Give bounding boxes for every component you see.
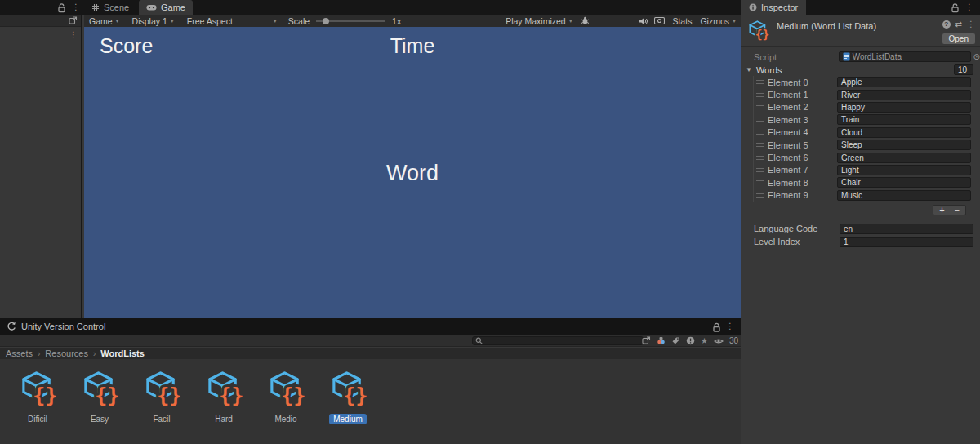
drag-handle-icon[interactable]	[756, 143, 764, 147]
mute-audio-icon[interactable]	[639, 17, 648, 25]
inspector-menu-icon[interactable]: ⋮	[967, 20, 975, 29]
scale-slider[interactable]	[316, 20, 385, 22]
asset-item[interactable]: {} Hard	[197, 370, 251, 424]
add-element-button[interactable]: +	[939, 205, 944, 215]
game-word-text: Word	[84, 161, 741, 186]
drag-handle-icon[interactable]	[756, 105, 764, 109]
drag-handle-icon[interactable]	[756, 156, 764, 160]
drag-handle-icon[interactable]	[756, 193, 764, 198]
scale-value: 1x	[392, 16, 401, 26]
display-dropdown[interactable]: Display 1 ▾	[132, 16, 174, 26]
favorites-star-icon[interactable]: ★	[701, 337, 708, 345]
asset-item[interactable]: {} Dificil	[11, 370, 65, 424]
frame-capture-icon[interactable]	[654, 16, 665, 25]
inspector-title: Medium (Word List Data)	[777, 21, 876, 31]
foldout-arrow-icon[interactable]: ▼	[746, 66, 752, 73]
hidden-count-info-icon[interactable]	[686, 336, 695, 345]
language-code-label: Language Code	[754, 224, 840, 233]
element-value-field[interactable]: Chair	[837, 177, 971, 188]
object-picker-icon[interactable]: ⊙	[973, 52, 980, 61]
game-menu-dropdown[interactable]: Game ▾	[89, 16, 119, 26]
panel-menu-icon[interactable]: ⋮	[965, 3, 973, 11]
array-element-row: Element 5Sleep	[754, 139, 980, 151]
element-value-field[interactable]: Happy	[837, 102, 971, 113]
tab-game[interactable]: Game	[139, 0, 193, 15]
left-panel-menu-icon[interactable]: ⋮	[69, 31, 78, 39]
open-in-search-icon[interactable]	[642, 336, 651, 345]
scriptable-object-icon: {}	[329, 370, 368, 408]
project-search-field[interactable]	[472, 336, 644, 345]
display-label: Display 1	[132, 16, 167, 26]
level-index-field[interactable]: 1	[840, 237, 973, 247]
tab-inspector[interactable]: Inspector	[741, 0, 806, 15]
svg-text:{}: {}	[218, 383, 243, 407]
open-button[interactable]: Open	[942, 33, 975, 44]
tab-scene[interactable]: Scene	[84, 0, 136, 15]
breadcrumb-resources[interactable]: Resources	[45, 349, 88, 358]
drag-handle-icon[interactable]	[756, 118, 764, 122]
array-element-row: Element 3Train	[754, 113, 980, 126]
debug-bug-icon[interactable]	[581, 16, 590, 25]
element-value-field[interactable]: Train	[837, 114, 971, 125]
drag-handle-icon[interactable]	[756, 180, 764, 184]
game-view-toolbar: Game ▾ Display 1 ▾ Free Aspect ▾ Scale 1…	[84, 15, 741, 27]
presets-icon[interactable]: ⇄	[956, 20, 962, 29]
breadcrumb-wordlists[interactable]: WordLists	[100, 349, 145, 358]
asset-item[interactable]: {} Medio	[259, 370, 313, 424]
lock-icon[interactable]	[57, 2, 66, 13]
svg-text:{}: {}	[32, 383, 56, 407]
gizmos-dropdown[interactable]: Gizmos ▾	[700, 16, 736, 26]
version-control-bar[interactable]: Unity Version Control ⋮	[0, 318, 741, 335]
remove-element-button[interactable]: −	[955, 205, 960, 215]
lock-icon[interactable]	[712, 322, 721, 332]
element-value-field[interactable]: River	[837, 90, 971, 100]
element-label: Element 9	[768, 190, 837, 200]
search-by-label-icon[interactable]	[671, 336, 680, 345]
lock-icon[interactable]	[951, 2, 960, 13]
element-value-field[interactable]: Green	[837, 153, 971, 163]
element-label: Element 1	[768, 90, 837, 100]
inspector-panel: Inspector ⋮ {} Medium (Word List Data) ?…	[741, 0, 980, 444]
element-value-field[interactable]: Music	[837, 190, 971, 201]
words-foldout-row[interactable]: ▼ Words 10	[741, 64, 980, 76]
script-row: Script WordListData ⊙	[741, 51, 980, 63]
svg-text:{}: {}	[755, 27, 769, 41]
panel-menu-icon[interactable]: ⋮	[72, 3, 80, 11]
scriptable-object-icon: {}	[143, 370, 181, 408]
asset-item[interactable]: {} Facil	[135, 370, 189, 424]
visibility-eye-icon[interactable]	[714, 337, 724, 345]
panel-menu-icon[interactable]: ⋮	[726, 322, 734, 331]
scale-label: Scale	[288, 16, 310, 26]
scriptable-object-icon: {}	[205, 370, 243, 408]
element-value-field[interactable]: Light	[837, 165, 971, 175]
help-icon[interactable]: ?	[942, 20, 951, 29]
script-field: WordListData	[839, 51, 971, 62]
drag-handle-icon[interactable]	[756, 80, 764, 84]
stats-button[interactable]: Stats	[672, 16, 692, 26]
unity-editor-window: ⋮ Scene Game ⋮ Game	[0, 0, 980, 444]
drag-handle-icon[interactable]	[756, 93, 764, 97]
search-input[interactable]	[485, 337, 640, 344]
asset-item[interactable]: {} Easy	[73, 370, 127, 424]
element-value-field[interactable]: Cloud	[837, 127, 971, 138]
words-list-footer: + −	[741, 205, 980, 215]
breadcrumb-assets[interactable]: Assets	[6, 349, 33, 358]
array-element-row: Element 6Green	[754, 151, 980, 163]
scriptable-object-icon: {}	[19, 370, 57, 408]
words-count-field[interactable]: 10	[954, 64, 973, 75]
inspector-body: Script WordListData ⊙ ▼ Words 10 Element…	[741, 47, 980, 248]
play-maximized-dropdown[interactable]: Play Maximized ▾	[506, 16, 572, 26]
element-value-field[interactable]: Sleep	[837, 140, 971, 150]
search-by-type-icon[interactable]	[657, 336, 666, 345]
svg-text:{}: {}	[280, 383, 305, 407]
drag-handle-icon[interactable]	[756, 168, 764, 172]
drag-handle-icon[interactable]	[756, 131, 764, 135]
scale-slider-knob[interactable]	[323, 18, 329, 24]
version-control-icon	[7, 322, 16, 331]
element-value-field[interactable]: Apple	[837, 77, 971, 87]
language-code-field[interactable]: en	[840, 224, 973, 234]
asset-item[interactable]: {} Medium	[321, 370, 375, 424]
aspect-dropdown[interactable]: Free Aspect ▾	[187, 16, 277, 26]
game-viewport[interactable]: Score Time Word	[84, 27, 741, 318]
popout-icon[interactable]	[69, 16, 78, 25]
